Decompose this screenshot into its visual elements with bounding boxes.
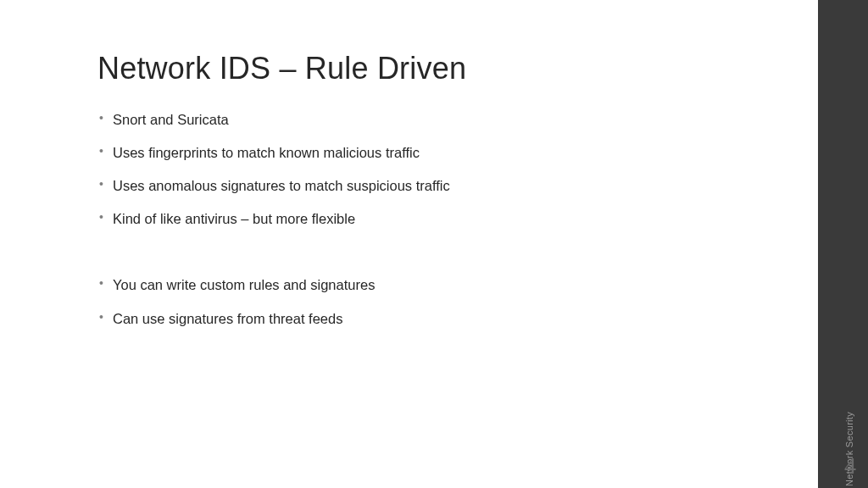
slide-title: Network IDS – Rule Driven — [97, 51, 733, 86]
bullet-item: Uses fingerprints to match known malicio… — [97, 143, 733, 163]
page-number: 4 — [844, 452, 856, 480]
sidebar-strip: CSC-438 Defensive Network Security 4 — [818, 0, 868, 488]
bullet-item: Uses anomalous signatures to match suspi… — [97, 176, 733, 196]
slide-content: Network IDS – Rule Driven Snort and Suri… — [0, 0, 818, 376]
bullet-list: Snort and Suricata Uses fingerprints to … — [97, 110, 733, 329]
bullet-item: You can write custom rules and signature… — [97, 275, 733, 295]
bullet-item: Can use signatures from threat feeds — [97, 309, 733, 329]
bullet-item: Snort and Suricata — [97, 110, 733, 130]
bullet-item: Kind of like antivirus – but more flexib… — [97, 209, 733, 229]
